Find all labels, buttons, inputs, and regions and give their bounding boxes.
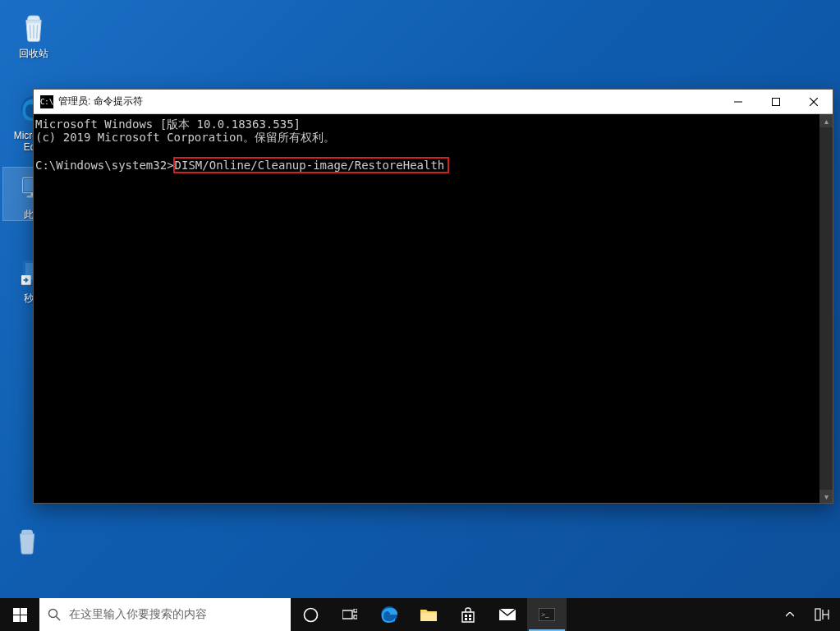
taskbar-file-explorer[interactable] [409,598,448,631]
svg-rect-27 [469,618,471,620]
cortana-icon [303,607,319,623]
svg-rect-14 [13,615,20,622]
chevron-up-icon [786,612,794,617]
svg-rect-12 [13,608,20,615]
svg-point-18 [304,608,317,621]
svg-rect-24 [465,615,467,617]
scrollbar[interactable]: ▴ ▾ [819,114,833,503]
mini-recycle-bin[interactable] [10,523,44,565]
tray-overflow[interactable] [776,598,804,631]
svg-rect-23 [420,613,437,621]
svg-rect-9 [773,98,780,105]
desktop-icon-label: 回收站 [3,48,64,59]
svg-rect-13 [21,608,27,615]
svg-rect-15 [21,615,27,622]
search-placeholder: 在这里输入你要搜索的内容 [69,607,207,622]
svg-rect-21 [354,615,357,619]
desktop: 回收站 Microsoft Ed... 此电 [0,0,840,631]
store-icon [460,606,476,623]
ime-icon [815,608,829,621]
svg-rect-31 [815,609,820,620]
taskbar-mail[interactable] [488,598,527,631]
mail-icon [498,608,516,621]
search-input[interactable]: 在这里输入你要搜索的内容 [39,598,291,631]
system-tray [776,598,840,631]
taskbar-edge[interactable] [370,598,409,631]
titlebar[interactable]: C:\ 管理员: 命令提示符 [34,90,833,114]
terminal-line: (c) 2019 Microsoft Corporation。保留所有权利。 [35,131,335,144]
taskbar-cmd[interactable]: >_ [527,598,567,631]
terminal-body[interactable]: Microsoft Windows [版本 10.0.18363.535] (c… [34,114,833,503]
recycle-bin-icon [14,7,53,46]
task-view-button[interactable] [330,598,370,631]
edge-icon [379,605,399,624]
scroll-up-button[interactable]: ▴ [819,114,833,127]
svg-rect-26 [465,618,467,620]
terminal-line: Microsoft Windows [版本 10.0.18363.535] [35,117,301,131]
terminal-prompt: C:\Windows\system32> [35,159,174,172]
svg-text:>_: >_ [541,610,549,619]
close-button[interactable] [795,90,833,114]
svg-rect-25 [469,615,471,617]
svg-rect-20 [354,609,357,612]
command-prompt-window: C:\ 管理员: 命令提示符 Microsoft Windows [版本 10.… [33,89,833,504]
svg-point-16 [49,610,57,618]
maximize-button[interactable] [757,90,795,114]
highlighted-command: DISM/Online/Cleanup-image/RestoreHealth [173,157,450,173]
terminal-content: Microsoft Windows [版本 10.0.18363.535] (c… [34,114,819,503]
task-cortana[interactable] [291,598,330,631]
folder-icon [420,607,438,622]
cmd-sysicon: C:\ [40,95,53,108]
window-title: 管理员: 命令提示符 [58,94,143,108]
minimize-button[interactable] [719,90,757,114]
start-button[interactable] [0,598,39,631]
svg-line-17 [57,617,61,621]
taskbar-store[interactable] [448,598,488,631]
windows-icon [13,608,27,622]
search-icon [48,608,61,621]
svg-rect-19 [342,610,352,619]
cmd-icon: >_ [539,608,555,621]
scroll-down-button[interactable]: ▾ [819,490,833,503]
tray-input-indicator[interactable] [804,598,840,631]
taskbar: 在这里输入你要搜索的内容 [0,598,840,631]
desktop-icon-recycle-bin[interactable]: 回收站 [3,7,64,59]
task-view-icon [342,609,357,620]
